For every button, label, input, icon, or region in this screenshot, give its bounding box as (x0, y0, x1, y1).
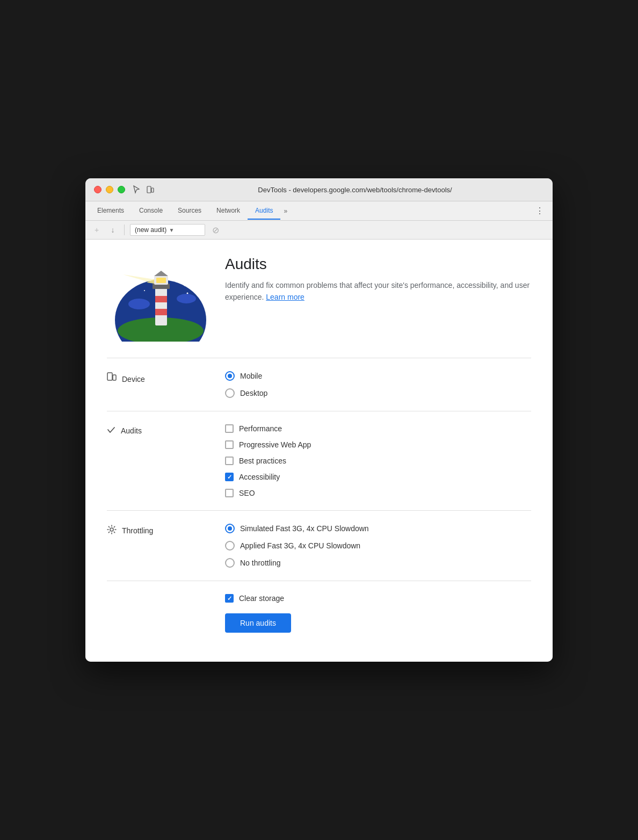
hero-description: Identify and fix common problems that af… (225, 279, 531, 303)
main-content: Audits Identify and fix common problems … (85, 240, 553, 662)
best-practices-checkbox[interactable] (225, 457, 234, 465)
tabs-bar: Elements Console Sources Network Audits … (85, 201, 553, 221)
svg-point-7 (179, 271, 180, 272)
device-icon (107, 372, 117, 386)
simulated-radio[interactable] (225, 524, 235, 533)
cancel-audit-button[interactable]: ⊘ (209, 224, 221, 236)
audit-options: Performance Progressive Web App Best pra… (225, 424, 531, 497)
hero-text: Audits Identify and fix common problems … (225, 256, 531, 306)
tab-menu-icon[interactable]: ⋮ (531, 201, 548, 220)
device-icon[interactable] (146, 185, 155, 194)
run-audits-button[interactable]: Run audits (225, 613, 291, 633)
accessibility-checkbox[interactable] (225, 473, 234, 481)
seo-checkbox[interactable] (225, 489, 234, 497)
seo-option[interactable]: SEO (225, 489, 531, 497)
svg-point-3 (138, 281, 140, 284)
toolbar-separator (124, 225, 125, 235)
throttling-label: Throttling (107, 524, 225, 537)
svg-point-8 (144, 290, 145, 291)
mobile-radio[interactable] (225, 371, 235, 381)
hero-title: Audits (225, 256, 531, 273)
svg-point-11 (128, 299, 150, 309)
clear-storage-option[interactable]: Clear storage (225, 594, 531, 603)
traffic-lights (94, 186, 125, 193)
throttling-options: Simulated Fast 3G, 4x CPU Slowdown Appli… (225, 524, 531, 568)
minimize-button[interactable] (106, 186, 113, 193)
applied-radio[interactable] (225, 541, 235, 551)
device-options: Mobile Desktop (225, 371, 531, 398)
svg-rect-16 (155, 309, 167, 315)
audit-toolbar: + ↓ (new audit) ▼ ⊘ (85, 221, 553, 240)
device-mobile-option[interactable]: Mobile (225, 371, 531, 381)
no-throttling-radio[interactable] (225, 558, 235, 568)
add-audit-button[interactable]: + (91, 224, 103, 236)
audits-section: Audits Performance Progressive Web App B… (107, 411, 531, 511)
learn-more-link[interactable]: Learn more (266, 293, 305, 301)
tab-console[interactable]: Console (132, 202, 170, 220)
pwa-option[interactable]: Progressive Web App (225, 440, 531, 449)
perf-checkbox[interactable] (225, 424, 234, 433)
throttle-simulated-option[interactable]: Simulated Fast 3G, 4x CPU Slowdown (225, 524, 531, 533)
svg-point-6 (184, 285, 186, 286)
tab-audits[interactable]: Audits (248, 202, 280, 220)
svg-point-5 (170, 276, 172, 278)
pwa-checkbox[interactable] (225, 440, 234, 449)
device-section: Device Mobile Desktop (107, 358, 531, 411)
devtools-window: DevTools - developers.google.com/web/too… (85, 178, 553, 662)
tab-sources[interactable]: Sources (170, 202, 209, 220)
perf-option[interactable]: Performance (225, 424, 531, 433)
cursor-icon[interactable] (132, 185, 141, 194)
lighthouse-illustration (107, 256, 209, 342)
svg-point-25 (110, 528, 113, 531)
window-title: DevTools - developers.google.com/web/too… (166, 186, 544, 194)
checkmark-icon (107, 425, 115, 436)
throttle-none-option[interactable]: No throttling (225, 558, 531, 568)
accessibility-option[interactable]: Accessibility (225, 473, 531, 481)
svg-rect-1 (151, 188, 154, 192)
svg-rect-21 (156, 278, 166, 283)
tab-elements[interactable]: Elements (90, 202, 132, 220)
throttling-section: Throttling Simulated Fast 3G, 4x CPU Slo… (107, 511, 531, 581)
hero-section: Audits Identify and fix common problems … (107, 256, 531, 342)
audits-label: Audits (107, 424, 225, 436)
svg-marker-22 (154, 271, 168, 276)
svg-point-4 (149, 274, 151, 276)
gear-icon (107, 525, 117, 537)
svg-rect-15 (155, 296, 167, 302)
svg-rect-0 (147, 186, 151, 193)
svg-rect-24 (113, 375, 116, 380)
svg-point-12 (177, 294, 196, 303)
maximize-button[interactable] (118, 186, 125, 193)
tab-network[interactable]: Network (209, 202, 248, 220)
bottom-section: Clear storage Run audits (107, 581, 531, 646)
throttle-applied-option[interactable]: Applied Fast 3G, 4x CPU Slowdown (225, 541, 531, 551)
svg-rect-23 (107, 373, 112, 380)
audit-dropdown-value: (new audit) (135, 226, 166, 234)
clear-storage-checkbox[interactable] (225, 594, 234, 603)
chevron-down-icon: ▼ (169, 227, 174, 233)
title-bar: DevTools - developers.google.com/web/too… (85, 178, 553, 201)
tab-more[interactable]: » (280, 203, 291, 219)
desktop-radio[interactable] (225, 388, 235, 398)
svg-rect-14 (155, 288, 167, 325)
close-button[interactable] (94, 186, 102, 193)
best-practices-option[interactable]: Best practices (225, 457, 531, 465)
device-label: Device (107, 371, 225, 386)
device-desktop-option[interactable]: Desktop (225, 388, 531, 398)
audit-dropdown[interactable]: (new audit) ▼ (130, 224, 205, 236)
toolbar-icons (132, 185, 155, 194)
download-button[interactable]: ↓ (107, 224, 119, 236)
